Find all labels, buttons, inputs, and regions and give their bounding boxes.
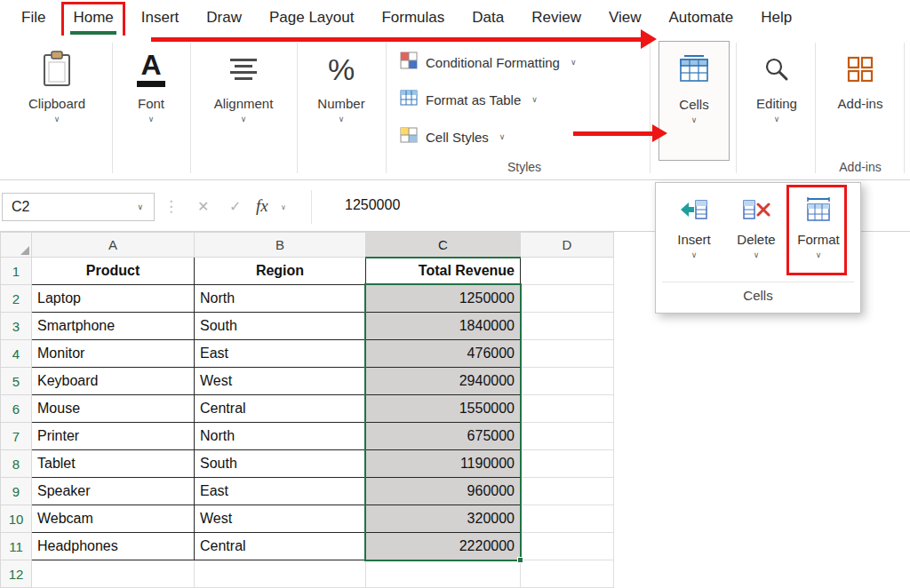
menu-tab-page-layout[interactable]: Page Layout [269, 9, 354, 27]
delete-menu-button[interactable]: Delete ∨ [728, 195, 785, 259]
cell-D11[interactable] [521, 533, 614, 560]
cell-D5[interactable] [521, 368, 614, 395]
chevron-down-icon: ∨ [54, 115, 60, 123]
cell-A7[interactable]: Printer [32, 423, 195, 450]
cell-D9[interactable] [521, 478, 614, 505]
cell-A9[interactable]: Speaker [32, 478, 195, 505]
cell-C2[interactable]: 1250000 [366, 285, 521, 313]
row-header-8[interactable]: 8 [1, 450, 32, 478]
formula-input[interactable]: 1250000 [345, 197, 400, 213]
cell-A11[interactable]: Headphones [32, 533, 195, 560]
menu-tab-draw[interactable]: Draw [206, 9, 242, 27]
row-header-6[interactable]: 6 [1, 395, 32, 423]
insert-function-icon[interactable]: fx [256, 196, 268, 216]
menu-tab-file[interactable]: File [21, 9, 45, 27]
menu-tab-automate[interactable]: Automate [669, 9, 734, 27]
menu-tab-view[interactable]: View [609, 9, 642, 27]
format-as-table-button[interactable]: Format as Table ∨ [400, 87, 538, 112]
cell-A3[interactable]: Smartphone [32, 313, 195, 340]
menu-tab-formulas[interactable]: Formulas [381, 9, 444, 27]
menu-tab-review[interactable]: Review [531, 9, 581, 27]
row-header-4[interactable]: 4 [1, 340, 32, 368]
cell-D7[interactable] [521, 423, 614, 450]
cell-A5[interactable]: Keyboard [32, 368, 195, 395]
cell-B1[interactable]: Region [195, 258, 366, 285]
menu-tab-insert[interactable]: Insert [141, 9, 180, 27]
font-icon: A [137, 44, 165, 94]
cell-D12[interactable] [521, 560, 614, 588]
clipboard-group-button[interactable]: Clipboard ∨ [7, 44, 107, 123]
cell-C6[interactable]: 1550000 [366, 395, 521, 423]
formula-bar-splitter[interactable]: ⋮ [164, 197, 179, 216]
row-header-5[interactable]: 5 [1, 368, 32, 395]
cell-B10[interactable]: West [195, 505, 366, 533]
cell-D8[interactable] [521, 450, 614, 478]
row-header-12[interactable]: 12 [1, 560, 32, 588]
cell-D6[interactable] [521, 395, 614, 423]
editing-group-button[interactable]: Editing ∨ [738, 44, 815, 123]
cell-A12[interactable] [32, 560, 195, 588]
row-header-10[interactable]: 10 [1, 505, 32, 533]
cell-B2[interactable]: North [195, 285, 366, 313]
row-header-11[interactable]: 11 [1, 533, 32, 560]
chevron-down-icon[interactable]: ∨ [137, 203, 143, 211]
column-header-b[interactable]: B [195, 233, 366, 258]
cell-B5[interactable]: West [195, 368, 366, 395]
cell-C4[interactable]: 476000 [366, 340, 521, 368]
cell-A2[interactable]: Laptop [32, 285, 195, 313]
row-header-9[interactable]: 9 [1, 478, 32, 505]
cell-A1[interactable]: Product [32, 258, 195, 285]
insert-menu-button[interactable]: Insert ∨ [666, 195, 722, 259]
alignment-group-button[interactable]: Alignment ∨ [192, 44, 295, 123]
column-header-d[interactable]: D [521, 233, 614, 258]
select-all-corner[interactable] [1, 233, 32, 258]
conditional-formatting-button[interactable]: Conditional Formatting ∨ [400, 50, 577, 75]
cell-C8[interactable]: 1190000 [366, 450, 521, 478]
enter-icon[interactable]: ✓ [229, 198, 241, 215]
cell-B6[interactable]: Central [195, 395, 366, 423]
row-header-7[interactable]: 7 [1, 423, 32, 450]
cell-C9[interactable]: 960000 [366, 478, 521, 505]
cell-B12[interactable] [195, 560, 366, 588]
cell-C1[interactable]: Total Revenue [366, 258, 521, 285]
name-box[interactable]: C2 ∨ [2, 193, 155, 221]
cell-A8[interactable]: Tablet [32, 450, 195, 478]
cell-C12[interactable] [366, 560, 521, 588]
cell-B7[interactable]: North [195, 423, 366, 450]
cell-C11[interactable]: 2220000 [366, 533, 521, 560]
cell-D1[interactable] [521, 258, 614, 285]
row-header-1[interactable]: 1 [1, 258, 32, 285]
cell-A6[interactable]: Mouse [32, 395, 195, 423]
menu-tab-data[interactable]: Data [472, 9, 504, 27]
row-header-2[interactable]: 2 [1, 285, 32, 313]
cell-C7[interactable]: 675000 [366, 423, 521, 450]
delete-menu-label: Delete [737, 232, 775, 247]
cell-B4[interactable]: East [195, 340, 366, 368]
cell-C10[interactable]: 320000 [366, 505, 521, 533]
cells-group-button[interactable]: Cells ∨ [659, 41, 730, 161]
cell-A10[interactable]: Webcam [32, 505, 195, 533]
cell-D10[interactable] [521, 505, 614, 533]
number-group-button[interactable]: % Number ∨ [299, 44, 384, 123]
column-header-a[interactable]: A [32, 233, 195, 258]
menu-tab-home[interactable]: Home [73, 9, 113, 27]
menu-tab-help[interactable]: Help [761, 9, 792, 27]
cell-B9[interactable]: East [195, 478, 366, 505]
cell-B11[interactable]: Central [195, 533, 366, 560]
cell-A4[interactable]: Monitor [32, 340, 195, 368]
cancel-icon[interactable]: ✕ [197, 198, 209, 215]
cell-styles-button[interactable]: Cell Styles ∨ [400, 124, 505, 149]
cell-D2[interactable] [521, 285, 614, 313]
column-header-c[interactable]: C [366, 233, 521, 258]
cell-D3[interactable] [521, 313, 614, 340]
font-group-button[interactable]: A Font ∨ [114, 44, 188, 123]
addins-button[interactable]: Add-ins [819, 44, 901, 111]
format-menu-button[interactable]: Format ∨ [790, 195, 847, 259]
cell-B8[interactable]: South [195, 450, 366, 478]
cell-C3[interactable]: 1840000 [366, 313, 521, 340]
grid-row-1: 1ProductRegionTotal Revenue [1, 258, 614, 285]
row-header-3[interactable]: 3 [1, 313, 32, 340]
cell-B3[interactable]: South [195, 313, 366, 340]
cell-D4[interactable] [521, 340, 614, 368]
cell-C5[interactable]: 2940000 [366, 368, 521, 395]
